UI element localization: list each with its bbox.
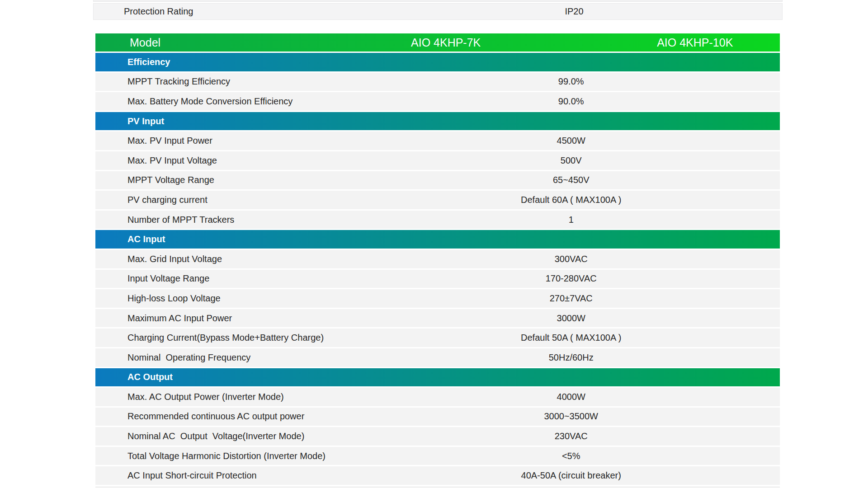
spec-label: Max. Battery Mode Conversion Efficiency: [95, 96, 292, 107]
spec-label: Total Voltage Harmonic Distortion (Inver…: [95, 451, 326, 461]
spec-value: Default 50A ( MAX100A ): [521, 333, 621, 343]
spec-value: 40A-50A (circuit breaker): [521, 470, 621, 481]
spec-row: Max. PV Input Voltage 500V: [95, 151, 780, 170]
spec-row: AC Input Short-circuit Protection 40A-50…: [95, 466, 780, 485]
spec-row: Recommended continuous AC output power 3…: [95, 408, 780, 426]
spec-value: <5%: [562, 451, 580, 461]
spec-value: Default 60A ( MAX100A ): [521, 195, 621, 205]
table-body: Efficiency MPPT Tracking Efficiency 99.0…: [95, 53, 780, 485]
spec-label: Protection Rating: [94, 6, 193, 17]
spec-row: MPPT Tracking Efficiency 99.0%: [95, 73, 780, 91]
table-header-row: Model AIO 4KHP-7K AIO 4KHP-10K: [95, 33, 780, 52]
spec-value: 4500W: [557, 136, 585, 146]
partial-row-top: [93, 0, 783, 2]
spec-value: 99.0%: [558, 76, 584, 87]
section-title: AC Output: [95, 372, 173, 382]
section-band: PV Input: [95, 112, 780, 131]
section-band: AC Output: [95, 368, 780, 387]
spec-value: 50Hz/60Hz: [549, 352, 594, 363]
spec-row: Maximum AC Input Power 3000W: [95, 309, 780, 328]
spec-value: 90.0%: [558, 96, 584, 107]
spec-row: MPPT Voltage Range 65~450V: [95, 171, 780, 190]
spec-value: 65~450V: [553, 175, 590, 185]
column-header-aio-4khp-10k: AIO 4KHP-10K: [657, 36, 733, 49]
spec-label: MPPT Voltage Range: [95, 175, 214, 185]
spec-row: Nominal AC Output Voltage(Inverter Mode)…: [95, 427, 780, 446]
spec-row: Max. Battery Mode Conversion Efficiency …: [95, 92, 780, 111]
previous-table-fragment: Protection Rating IP20: [93, 0, 783, 20]
spec-label: MPPT Tracking Efficiency: [95, 76, 230, 87]
section-band: AC Input: [95, 230, 780, 249]
spec-value: 3000~3500W: [544, 411, 598, 422]
spec-row: Charging Current(Bypass Mode+Battery Cha…: [95, 328, 780, 347]
spec-row: Max. PV Input Power 4500W: [95, 131, 780, 150]
spec-label: Max. PV Input Voltage: [95, 155, 217, 166]
model-header-cell: Model: [95, 36, 160, 49]
spec-row: High-loss Loop Voltage 270±7VAC: [95, 289, 780, 308]
column-header-aio-4khp-7k: AIO 4KHP-7K: [411, 36, 481, 49]
spec-row: Nominal Operating Frequency 50Hz/60Hz: [95, 348, 780, 367]
spec-label: Recommended continuous AC output power: [95, 411, 304, 422]
spec-label: PV charging current: [95, 195, 208, 205]
section-title: Efficiency: [95, 57, 170, 67]
partial-row-bottom: [95, 486, 780, 488]
spec-row: PV charging current Default 60A ( MAX100…: [95, 191, 780, 209]
spec-table: Model AIO 4KHP-7K AIO 4KHP-10K Efficienc…: [95, 33, 780, 488]
spec-value: 170-280VAC: [546, 273, 597, 284]
spec-label: Nominal Operating Frequency: [95, 352, 250, 363]
spec-value: 270±7VAC: [550, 293, 593, 304]
section-title: AC Input: [95, 234, 165, 244]
spec-label: Max. Grid Input Voltage: [95, 254, 222, 264]
section-band: Efficiency: [95, 53, 780, 71]
spec-label: Max. PV Input Power: [95, 136, 212, 146]
spec-row: Max. AC Output Power (Inverter Mode) 400…: [95, 388, 780, 406]
spec-value: IP20: [565, 6, 583, 17]
spec-label: Charging Current(Bypass Mode+Battery Cha…: [95, 333, 324, 343]
spec-label: High-loss Loop Voltage: [95, 293, 221, 304]
spec-label: Nominal AC Output Voltage(Inverter Mode): [95, 431, 304, 441]
spec-value: 4000W: [557, 392, 585, 402]
spec-row-protection-rating: Protection Rating IP20: [93, 3, 783, 20]
section-title: PV Input: [95, 116, 164, 127]
spec-value: 230VAC: [555, 431, 588, 441]
spec-value: 3000W: [557, 313, 585, 324]
spec-label: Number of MPPT Trackers: [95, 215, 234, 225]
spec-row: Input Voltage Range 170-280VAC: [95, 270, 780, 288]
spec-label: Max. AC Output Power (Inverter Mode): [95, 392, 284, 402]
spec-label: AC Input Short-circuit Protection: [95, 470, 257, 481]
spec-row: Number of MPPT Trackers 1: [95, 211, 780, 229]
spec-label: Input Voltage Range: [95, 273, 209, 284]
spec-row: Total Voltage Harmonic Distortion (Inver…: [95, 447, 780, 465]
spec-value: 1: [569, 215, 574, 225]
spec-row: Max. Grid Input Voltage 300VAC: [95, 250, 780, 268]
spec-value: 300VAC: [555, 254, 588, 264]
spec-label: Maximum AC Input Power: [95, 313, 232, 324]
spec-value: 500V: [561, 155, 582, 166]
